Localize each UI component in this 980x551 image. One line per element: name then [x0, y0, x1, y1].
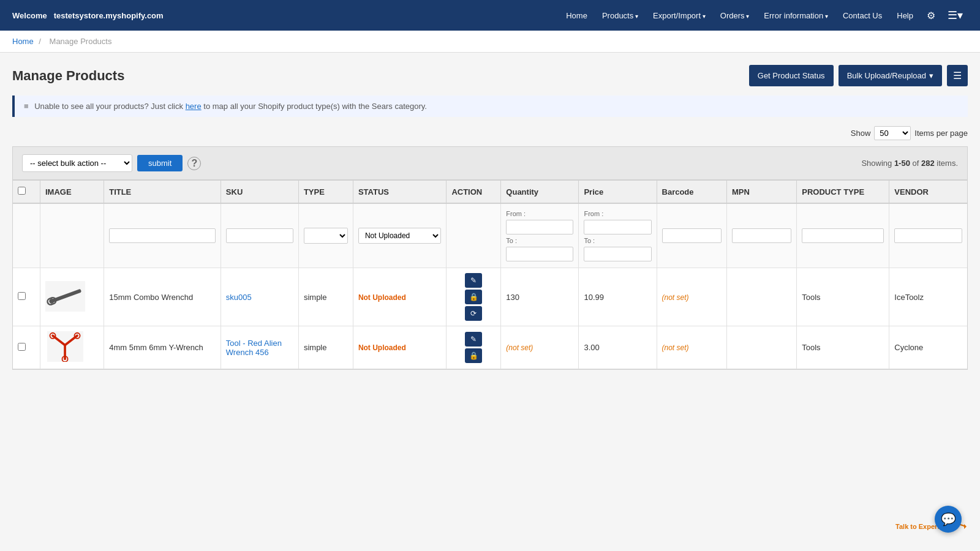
row1-lock-button[interactable]: 🔒: [465, 290, 482, 304]
row2-edit-button[interactable]: ✎: [465, 332, 482, 347]
header-buttons: Get Product Status Bulk Upload/Reupload …: [749, 65, 968, 86]
main-content: Manage Products Get Product Status Bulk …: [0, 53, 980, 382]
info-link[interactable]: here: [186, 102, 202, 111]
row2-checkbox[interactable]: [18, 343, 26, 351]
items-per-page-select[interactable]: 10 25 50 100: [874, 126, 911, 140]
help-question-icon[interactable]: ?: [187, 157, 201, 170]
row2-action-cell: ✎ 🔒: [447, 326, 501, 369]
row1-vendor-cell: IceToolz: [889, 268, 967, 326]
filter-vendor-input[interactable]: [894, 228, 962, 243]
row1-image-cell: [40, 268, 104, 326]
row2-title: 4mm 5mm 6mm Y-Wrench: [109, 343, 203, 352]
filter-ptype-cell: [797, 203, 889, 268]
filter-qty-to-input[interactable]: [506, 247, 573, 261]
row1-checkbox[interactable]: [18, 292, 26, 300]
toolbar-left: -- select bulk action -- Upload Delete U…: [22, 154, 201, 172]
th-vendor: VENDOR: [889, 181, 967, 203]
nav-home[interactable]: Home: [560, 6, 594, 25]
nav-orders[interactable]: Orders: [714, 6, 756, 25]
row1-refresh-button[interactable]: ⟳: [465, 306, 482, 321]
th-mpn: MPN: [726, 181, 796, 203]
row2-lock-button[interactable]: 🔒: [465, 348, 482, 363]
filter-title-input[interactable]: [109, 228, 216, 243]
filter-status-cell: Not Uploaded Uploaded Error: [353, 203, 447, 268]
filter-type-select[interactable]: simple variable: [304, 228, 348, 244]
filter-mpn-input[interactable]: [732, 228, 791, 243]
row1-action-buttons: ✎ 🔒 ⟳: [451, 273, 496, 321]
nav-contact[interactable]: Contact Us: [837, 6, 888, 25]
row2-product-image: [45, 331, 85, 362]
row2-barcode: (not set): [662, 343, 689, 352]
bulk-upload-dropdown-icon: ▾: [929, 71, 933, 80]
th-title: TITLE: [104, 181, 221, 203]
row1-vendor: IceToolz: [894, 293, 924, 302]
filter-barcode-cell: [657, 203, 726, 268]
filter-type-cell: simple variable: [298, 203, 353, 268]
row2-vendor-cell: Cyclone: [889, 326, 967, 369]
filter-sku-cell: [221, 203, 298, 268]
row1-action-cell: ✎ 🔒 ⟳: [447, 268, 501, 326]
select-all-checkbox[interactable]: [18, 187, 26, 195]
row2-cb-cell: [13, 326, 40, 369]
row1-product-image: [45, 281, 85, 312]
row1-price: 10.99: [584, 293, 604, 302]
price-from-label: From :: [584, 210, 651, 217]
row1-quantity: 130: [506, 293, 519, 302]
row1-mpn-cell: [726, 268, 796, 326]
row1-ptype-cell: Tools: [797, 268, 889, 326]
filter-sku-input[interactable]: [226, 228, 293, 243]
breadcrumb-home[interactable]: Home: [12, 37, 34, 46]
filter-price-to-input[interactable]: [584, 247, 651, 261]
bulk-upload-button[interactable]: Bulk Upload/Reupload ▾: [839, 65, 942, 86]
row2-sku-link[interactable]: Tool - Red Alien Wrench 456: [226, 339, 282, 357]
products-table: IMAGE TITLE SKU TYPE STATUS ACTION Quant…: [13, 181, 967, 369]
row2-type: simple: [304, 343, 327, 352]
th-barcode: Barcode: [657, 181, 726, 203]
submit-button[interactable]: submit: [137, 155, 183, 171]
filter-barcode-input[interactable]: [662, 228, 722, 243]
filter-action-cell: [447, 203, 501, 268]
breadcrumb-separator: /: [39, 37, 41, 46]
table-header-row: IMAGE TITLE SKU TYPE STATUS ACTION Quant…: [13, 181, 967, 203]
info-text: Unable to see all your products? Just cl…: [34, 102, 183, 111]
row2-price-cell: 3.00: [579, 326, 657, 369]
nav-help[interactable]: Help: [891, 6, 919, 25]
nav-products[interactable]: Products: [596, 6, 644, 25]
page-title: Manage Products: [12, 68, 124, 84]
bulk-action-select[interactable]: -- select bulk action -- Upload Delete U…: [22, 154, 132, 172]
filter-status-select[interactable]: Not Uploaded Uploaded Error: [358, 228, 442, 244]
menu-icon-button[interactable]: ☰: [947, 65, 968, 86]
row1-price-cell: 10.99: [579, 268, 657, 326]
showing-of: of: [913, 159, 919, 168]
filter-qty-cell: From : To :: [501, 203, 579, 268]
info-text2: to map all your Shopify product type(s) …: [203, 102, 427, 111]
row1-edit-button[interactable]: ✎: [465, 273, 482, 288]
row1-sku-link[interactable]: sku005: [226, 293, 252, 302]
row2-title-cell: 4mm 5mm 6mm Y-Wrench: [104, 326, 221, 369]
showing-range: 1-50: [894, 159, 910, 168]
filter-price-from-input[interactable]: [584, 220, 651, 234]
row1-title-cell: 15mm Combo Wrenchd: [104, 268, 221, 326]
filter-ptype-input[interactable]: [802, 228, 884, 243]
nav-error-info[interactable]: Error information: [758, 6, 834, 25]
filter-qty-from-input[interactable]: [506, 220, 573, 234]
row2-qty-cell: (not set): [501, 326, 579, 369]
filter-mpn-cell: [726, 203, 796, 268]
th-image: IMAGE: [40, 181, 104, 203]
filter-row: simple variable Not Uploaded Uploaded Er…: [13, 203, 967, 268]
row1-barcode-cell: (not set): [657, 268, 726, 326]
hamburger-icon[interactable]: ☰▾: [943, 4, 968, 27]
row2-vendor: Cyclone: [894, 343, 923, 352]
welcome-text: Welcome testetsystore.myshopify.com: [12, 11, 164, 20]
row2-action-buttons: ✎ 🔒: [451, 332, 496, 363]
info-box: ≡ Unable to see all your products? Just …: [12, 96, 968, 117]
row1-status: Not Uploaded: [358, 293, 406, 302]
get-product-status-button[interactable]: Get Product Status: [749, 65, 834, 86]
filter-price-range: From : To :: [584, 210, 651, 261]
row2-image-cell: [40, 326, 104, 369]
th-price: Price: [579, 181, 657, 203]
nav-export-import[interactable]: Export/Import: [647, 6, 712, 25]
gear-icon[interactable]: ⚙: [922, 5, 940, 26]
row2-product-type: Tools: [802, 343, 820, 352]
th-status: STATUS: [353, 181, 447, 203]
